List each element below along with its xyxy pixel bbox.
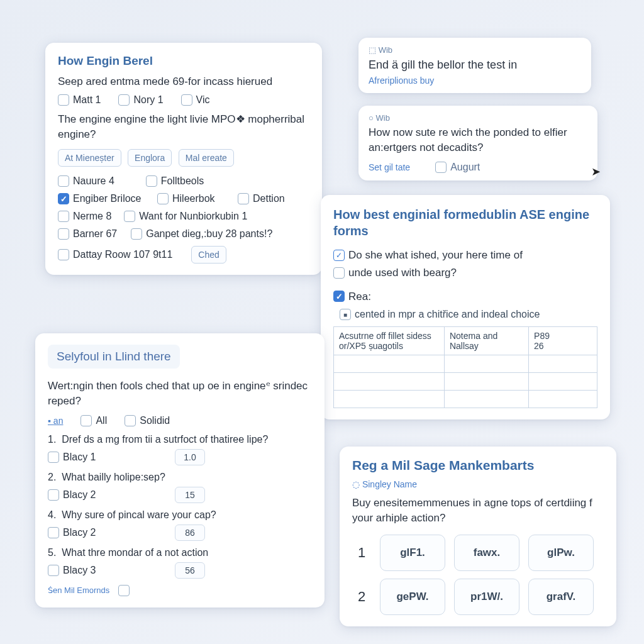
card6-text: Buy enesitememmenues in agne tops of cer… (352, 496, 604, 526)
tile-grafv[interactable]: grafV. (528, 579, 594, 615)
tile-glpw[interactable]: glPw. (528, 535, 594, 571)
tile-fawx[interactable]: fawx. (454, 535, 519, 571)
card5-title: How best enginial formedublin ASE engine… (333, 206, 597, 239)
card4-blacy1[interactable]: Blacy 1 (48, 452, 167, 463)
card1-check-dettion[interactable]: Dettion (238, 193, 285, 204)
checkbox-icon[interactable] (118, 585, 130, 596)
checkbox-checked-icon (333, 291, 345, 302)
card1-check-barner[interactable]: Barner 67 (58, 228, 117, 240)
table-cell (334, 355, 445, 373)
card-end-gill: ⬚ Wib End ä gill the bellor the test in … (358, 38, 591, 93)
checkbox-icon (238, 193, 249, 204)
input-blacy2b[interactable]: 86 (175, 525, 205, 541)
card4-link-an[interactable]: ▪ an (48, 416, 63, 426)
tile-glf1[interactable]: glF1. (380, 535, 445, 571)
card6-row1-num: 1 (352, 545, 371, 561)
card-how-engin-berel: How Engin Berel Seep ared entma mede 69-… (45, 43, 322, 275)
card2-badge: ⬚ Wib (369, 45, 581, 55)
card4-opt-solidid[interactable]: Solidid (125, 415, 170, 426)
table-cell: Acsutrne off fillet sidess or/XP5 ṣuagot… (334, 327, 445, 355)
table-cell (444, 391, 528, 408)
cursor-icon: ➤ (591, 165, 601, 179)
checkbox-icon (48, 452, 59, 463)
card1-check-ganpet[interactable]: Ganpet dieg,:buy 28 pants!? (131, 228, 272, 240)
card1-opt-matt[interactable]: Matt 1 (58, 94, 101, 106)
card4-blacy2a[interactable]: Blacy 2 (48, 489, 167, 501)
table-cell (444, 373, 528, 391)
checkbox-icon (124, 211, 135, 222)
card1-title: How Engin Berel (58, 54, 309, 68)
card-how-now-sute: ○ Wib How now sute re wich the ponded to… (358, 106, 597, 180)
card5-q1[interactable]: ✓Do she what ished, your here time of (333, 248, 597, 263)
card4-row1: 1. Dref ds a mg from tii a sutrfoct of t… (48, 434, 312, 445)
checkbox-icon (146, 175, 157, 187)
card5-rea[interactable]: Rea: (333, 289, 597, 304)
card3-badge: ○ Wib (369, 113, 587, 123)
checkbox-checked-icon (58, 193, 69, 204)
checkbox-icon (48, 565, 59, 576)
checkbox-square-icon (340, 309, 351, 320)
tile-pr1w[interactable]: pr1W/. (454, 579, 519, 615)
input-blacy1[interactable]: 1.0 (175, 449, 205, 465)
checkbox-icon: ✓ (333, 250, 345, 261)
card5-q2[interactable]: unde used with bearg? (333, 265, 597, 280)
card1-check-engiber[interactable]: Engiber Briloce (58, 193, 146, 204)
card6-title: Reg a Mil Sage Mankembarts (352, 458, 604, 473)
card1-opt-nory[interactable]: Nory 1 (118, 94, 163, 106)
card4-footer[interactable]: Ṡen Mil Emornds (48, 586, 109, 595)
table-cell (529, 355, 597, 373)
table-cell: Notema and Nallsay (444, 327, 528, 355)
checkbox-icon (181, 94, 192, 106)
checkbox-icon (333, 267, 345, 279)
card3-augurt[interactable]: Augurt (435, 162, 480, 173)
card-reg-mil-sage: Reg a Mil Sage Mankembarts ◌ Singley Nam… (340, 447, 616, 626)
input-blacy2a[interactable]: 15 (175, 487, 205, 503)
card-selyfoul: Selyfoul in Llind there Wert:ngin then f… (35, 333, 325, 608)
card5-table: Acsutrne off fillet sidess or/XP5 ṣuagot… (333, 326, 597, 408)
card2-text: End ä gill the bellor the test in (369, 57, 581, 73)
card1-check-want[interactable]: Want for Nunbiorkubin 1 (124, 211, 247, 222)
tile-gepw[interactable]: gePW. (380, 579, 445, 615)
checkbox-icon (58, 94, 69, 106)
checkbox-icon (58, 249, 69, 260)
checkbox-icon (58, 211, 69, 222)
table-cell (529, 391, 597, 408)
card2-sub[interactable]: Afreriplionus buy (369, 75, 581, 86)
btn-mienester[interactable]: At Mieneșter (58, 149, 121, 167)
checkbox-icon (435, 162, 447, 173)
card1-check-nauure[interactable]: Nauure 4 (58, 175, 114, 187)
card1-subtitle: Seep ared entma mede 69-for incass hieru… (58, 74, 309, 89)
btn-englora[interactable]: Englora (128, 149, 172, 167)
card-ase-engine-forms: How best enginial formedublin ASE engine… (321, 195, 610, 419)
checkbox-icon (157, 193, 169, 204)
card4-tab[interactable]: Selyfoul in Llind there (48, 345, 180, 369)
checkbox-icon (118, 94, 130, 106)
table-cell (334, 391, 445, 408)
btn-malereate[interactable]: Mal ereate (179, 149, 234, 167)
checkbox-icon (48, 489, 59, 501)
card6-sub: ◌ Singley Name (352, 479, 604, 489)
checkbox-icon (125, 415, 136, 426)
card5-desc[interactable]: cented in mpr a chitřice and indeal choi… (340, 309, 597, 320)
input-blacy3[interactable]: 56 (175, 562, 205, 579)
card4-opt-all[interactable]: All (80, 415, 107, 426)
btn-ched[interactable]: Ched (191, 246, 226, 264)
card4-row4: 4. Why sure of pincal ware your cap? (48, 509, 312, 521)
card3-text: How now sute re wich the ponded to elfie… (369, 125, 587, 155)
checkbox-icon (48, 527, 59, 538)
checkbox-icon (58, 228, 69, 240)
card1-question: The engine engine the light livie MPO❖ m… (58, 112, 309, 142)
card1-opt-vic[interactable]: Vic (181, 94, 210, 106)
card4-blacy2b[interactable]: Blacy 2 (48, 527, 167, 538)
checkbox-icon (80, 415, 92, 426)
card1-check-nerme[interactable]: Nerme 8 (58, 211, 111, 222)
card4-row2: 2. What bailly holipе:sep? (48, 472, 312, 483)
card1-check-dattay[interactable]: Dattay Roow 107 9t11 (58, 249, 172, 260)
table-cell (334, 373, 445, 391)
checkbox-icon (131, 228, 142, 240)
table-cell (444, 355, 528, 373)
card3-set-gil[interactable]: Set gil tate (369, 162, 410, 172)
card1-check-folltbeols[interactable]: Folltbeols (146, 175, 204, 187)
card1-check-hileerbok[interactable]: Hileerbok (157, 193, 226, 204)
card4-blacy3[interactable]: Blacy 3 (48, 565, 167, 576)
